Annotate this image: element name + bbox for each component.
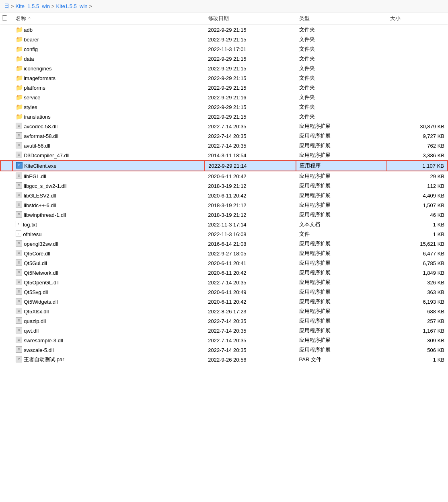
file-size-cell: 29 KB bbox=[387, 171, 448, 181]
file-name-cell[interactable]: 📁imageformats bbox=[12, 73, 205, 83]
file-name-text: libwinpthread-1.dll bbox=[24, 212, 66, 218]
file-date-cell: 2020-6-11 20:42 bbox=[205, 268, 296, 278]
row-checkbox-cell bbox=[0, 258, 12, 268]
file-name-cell[interactable]: 📁styles bbox=[12, 102, 205, 112]
file-name-cell[interactable]: Davcodec-58.dll bbox=[12, 121, 205, 131]
file-name-cell[interactable]: DQt5OpenGL.dll bbox=[12, 278, 205, 287]
file-name-cell[interactable]: 📁adb bbox=[12, 25, 205, 35]
table-row[interactable]: 📁data2022-9-29 21:15文件夹 bbox=[0, 54, 448, 64]
file-name-cell[interactable]: DQt5Network.dll bbox=[12, 268, 205, 278]
table-row[interactable]: Dlibstdc++-6.dll2018-3-19 21:12应用程序扩展1,5… bbox=[0, 200, 448, 210]
file-name-cell[interactable]: 📁iconengines bbox=[12, 64, 205, 73]
file-name-cell[interactable]: Dopengl32sw.dll bbox=[12, 239, 205, 249]
table-row[interactable]: Davutil-56.dll2022-7-14 20:35应用程序扩展762 K… bbox=[0, 141, 448, 150]
file-name-cell[interactable]: DQt5Xlsx.dll bbox=[12, 307, 205, 316]
col-header-size[interactable]: 大小 bbox=[387, 12, 448, 25]
table-row[interactable]: 📁imageformats2022-9-29 21:15文件夹 bbox=[0, 73, 448, 83]
file-name-cell[interactable]: DlibGLESV2.dll bbox=[12, 191, 205, 200]
file-name-cell[interactable]: DD3Dcompiler_47.dll bbox=[12, 150, 205, 160]
file-name-cell[interactable]: EKiteClient.exe bbox=[12, 160, 205, 171]
table-row[interactable]: Fofniresu2022-11-3 16:08文件1 KB bbox=[0, 229, 448, 239]
table-row[interactable]: Davcodec-58.dll2022-7-14 20:35应用程序扩展30,8… bbox=[0, 121, 448, 131]
file-name-cell[interactable]: 📁translations bbox=[12, 112, 205, 121]
table-row[interactable]: DQt5Network.dll2020-6-11 20:42应用程序扩展1,84… bbox=[0, 268, 448, 278]
file-name-cell[interactable]: Davformat-58.dll bbox=[12, 131, 205, 141]
table-row[interactable]: Davformat-58.dll2022-7-14 20:35应用程序扩展9,7… bbox=[0, 131, 448, 141]
file-name-text: adb bbox=[24, 27, 33, 33]
col-header-name[interactable]: 名称 ^ bbox=[12, 12, 205, 25]
folder-icon: 📁 bbox=[16, 84, 22, 91]
file-name-cell[interactable]: 📁data bbox=[12, 54, 205, 64]
file-size-cell: 112 KB bbox=[387, 181, 448, 191]
row-checkbox-cell bbox=[0, 297, 12, 307]
file-size-cell: 6,193 KB bbox=[387, 297, 448, 307]
row-checkbox-cell bbox=[0, 54, 12, 64]
breadcrumb-sep-3: > bbox=[89, 3, 92, 9]
file-name-text: imageformats bbox=[24, 75, 55, 81]
table-row[interactable]: DlibEGL.dll2020-6-11 20:42应用程序扩展29 KB bbox=[0, 171, 448, 181]
table-row[interactable]: Dqwt.dll2022-7-14 20:35应用程序扩展1,167 KB bbox=[0, 326, 448, 335]
file-size-cell bbox=[387, 93, 448, 102]
breadcrumb-item-2[interactable]: Kite1.5.5_win bbox=[56, 3, 87, 9]
breadcrumb-item-1[interactable]: Kite_1.5.5_win bbox=[16, 3, 50, 9]
file-name-cell[interactable]: P王者自动测试.par bbox=[12, 355, 205, 364]
file-name-cell[interactable]: 📁service bbox=[12, 93, 205, 102]
dll-icon: D bbox=[16, 269, 22, 276]
file-name-cell[interactable]: DQt5Svg.dll bbox=[12, 287, 205, 297]
file-name-cell[interactable]: 📁bearer bbox=[12, 35, 205, 44]
file-date-cell: 2022-7-14 20:35 bbox=[205, 131, 296, 141]
file-name-cell[interactable]: Dlibgcc_s_dw2-1.dll bbox=[12, 181, 205, 191]
table-row[interactable]: 📁styles2022-9-29 21:15文件夹 bbox=[0, 102, 448, 112]
col-header-date[interactable]: 修改日期 bbox=[205, 12, 296, 25]
table-row[interactable]: Dopengl32sw.dll2016-6-14 21:08应用程序扩展15,6… bbox=[0, 239, 448, 249]
file-name-cell[interactable]: 📁config bbox=[12, 44, 205, 54]
file-type-cell: 文件夹 bbox=[296, 112, 387, 121]
table-row[interactable]: DQt5Gui.dll2020-6-11 20:41应用程序扩展6,785 KB bbox=[0, 258, 448, 268]
file-name-cell[interactable]: Tlog.txt bbox=[12, 220, 205, 229]
table-row[interactable]: 📁config2022-11-3 17:01文件夹 bbox=[0, 44, 448, 54]
file-name-cell[interactable]: 📁platforms bbox=[12, 83, 205, 93]
table-row[interactable]: P王者自动测试.par2022-9-26 20:56PAR 文件1 KB bbox=[0, 355, 448, 364]
file-name-cell[interactable]: Dswresample-3.dll bbox=[12, 335, 205, 345]
table-row[interactable]: DD3Dcompiler_47.dll2014-3-11 18:54应用程序扩展… bbox=[0, 150, 448, 160]
table-row[interactable]: Dlibgcc_s_dw2-1.dll2018-3-19 21:12应用程序扩展… bbox=[0, 181, 448, 191]
file-name-text: Qt5Svg.dll bbox=[24, 289, 48, 295]
file-date-cell: 2022-9-29 21:14 bbox=[205, 160, 296, 171]
breadcrumb-root[interactable]: 日 bbox=[4, 2, 9, 10]
file-name-cell[interactable]: Dlibstdc++-6.dll bbox=[12, 200, 205, 210]
file-size-cell: 46 KB bbox=[387, 210, 448, 220]
table-row[interactable]: Dquazip.dll2022-7-14 20:35应用程序扩展257 KB bbox=[0, 316, 448, 326]
table-row[interactable]: DQt5OpenGL.dll2022-7-14 20:35应用程序扩展326 K… bbox=[0, 278, 448, 287]
table-row[interactable]: DQt5Core.dll2022-9-27 18:05应用程序扩展6,477 K… bbox=[0, 249, 448, 258]
file-name-cell[interactable]: Dqwt.dll bbox=[12, 326, 205, 335]
file-size-cell: 3,386 KB bbox=[387, 150, 448, 160]
table-row[interactable]: 📁iconengines2022-9-29 21:15文件夹 bbox=[0, 64, 448, 73]
file-type-cell: 应用程序扩展 bbox=[296, 268, 387, 278]
file-name-cell[interactable]: DQt5Core.dll bbox=[12, 249, 205, 258]
table-row[interactable]: Dlibwinpthread-1.dll2018-3-19 21:12应用程序扩… bbox=[0, 210, 448, 220]
file-name-cell[interactable]: Dswscale-5.dll bbox=[12, 345, 205, 355]
file-name-cell[interactable]: Fofniresu bbox=[12, 229, 205, 239]
file-name-cell[interactable]: DQt5Widgets.dll bbox=[12, 297, 205, 307]
table-row[interactable]: DQt5Xlsx.dll2022-8-26 17:23应用程序扩展688 KB bbox=[0, 307, 448, 316]
dll-icon: D bbox=[16, 142, 22, 148]
col-header-type[interactable]: 类型 bbox=[296, 12, 387, 25]
table-row[interactable]: 📁translations2022-9-29 21:15文件夹 bbox=[0, 112, 448, 121]
file-name-cell[interactable]: Dquazip.dll bbox=[12, 316, 205, 326]
table-row[interactable]: Tlog.txt2022-11-3 17:14文本文档1 KB bbox=[0, 220, 448, 229]
select-all-checkbox[interactable] bbox=[2, 15, 7, 21]
table-row[interactable]: 📁service2022-9-29 21:16文件夹 bbox=[0, 93, 448, 102]
table-row[interactable]: 📁bearer2022-9-29 21:15文件夹 bbox=[0, 35, 448, 44]
file-name-cell[interactable]: Dlibwinpthread-1.dll bbox=[12, 210, 205, 220]
table-row[interactable]: DQt5Svg.dll2020-6-11 20:49应用程序扩展363 KB bbox=[0, 287, 448, 297]
file-name-cell[interactable]: Davutil-56.dll bbox=[12, 141, 205, 150]
table-row[interactable]: Dswscale-5.dll2022-7-14 20:35应用程序扩展506 K… bbox=[0, 345, 448, 355]
table-row[interactable]: 📁adb2022-9-29 21:15文件夹 bbox=[0, 25, 448, 35]
file-name-cell[interactable]: DQt5Gui.dll bbox=[12, 258, 205, 268]
file-name-cell[interactable]: DlibEGL.dll bbox=[12, 171, 205, 181]
table-row[interactable]: DQt5Widgets.dll2020-6-11 20:42应用程序扩展6,19… bbox=[0, 297, 448, 307]
table-row[interactable]: EKiteClient.exe2022-9-29 21:14应用程序1,107 … bbox=[0, 160, 448, 171]
table-row[interactable]: 📁platforms2022-9-29 21:15文件夹 bbox=[0, 83, 448, 93]
table-row[interactable]: Dswresample-3.dll2022-7-14 20:35应用程序扩展30… bbox=[0, 335, 448, 345]
table-row[interactable]: DlibGLESV2.dll2020-6-11 20:42应用程序扩展4,409… bbox=[0, 191, 448, 200]
